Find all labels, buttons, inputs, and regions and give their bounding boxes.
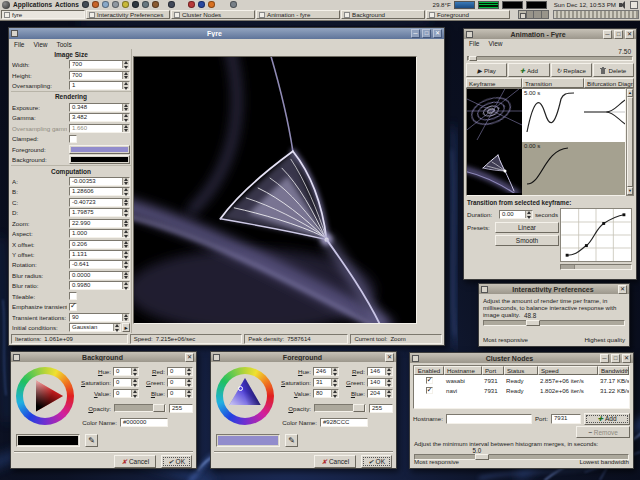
add-node-button[interactable]: ✚Add (584, 413, 630, 425)
scroll-up-arrow[interactable]: ▲ (627, 89, 633, 97)
eyedropper-button[interactable]: ✎ (285, 434, 298, 447)
blue-spinner[interactable]: 204 (367, 389, 393, 398)
launcher-icon[interactable] (102, 1, 109, 8)
play-button[interactable]: ▶Play (466, 63, 507, 77)
enabled-checkbox[interactable] (426, 387, 433, 394)
window-menu-icon[interactable] (466, 31, 473, 38)
opacity-slider[interactable] (314, 404, 366, 412)
ok-button[interactable]: ✔OK (361, 455, 392, 468)
value-spinner[interactable]: 0 (113, 389, 139, 398)
maximize-button[interactable]: □ (422, 29, 431, 38)
column-transition[interactable]: Transition (522, 78, 584, 88)
gamma-spinner[interactable]: 3.482 (69, 113, 130, 122)
port-input[interactable]: 7931 (551, 414, 581, 424)
timeline-scale[interactable]: 7.50 (467, 48, 633, 62)
clock[interactable]: Sun Dec 12, 10:53 PM (554, 1, 616, 8)
taskbar-button-foreground[interactable]: Foreground (426, 10, 510, 19)
zoom-spinner[interactable]: 22.990 (69, 219, 130, 228)
distro-menu-logo-icon[interactable] (2, 1, 10, 9)
saturation-spinner[interactable]: 31 (313, 378, 339, 387)
close-button[interactable]: ✕ (185, 353, 194, 362)
enabled-checkbox[interactable] (426, 377, 433, 384)
close-button[interactable]: ✕ (622, 354, 631, 363)
launcher-icon[interactable] (132, 1, 139, 8)
background-color-button[interactable] (69, 155, 130, 164)
clamped-checkbox[interactable] (69, 135, 77, 143)
menu-view[interactable]: View (33, 41, 47, 48)
aspect-spinner[interactable]: 1.000 (69, 229, 130, 238)
actions-menu[interactable]: Actions (55, 1, 79, 8)
taskbar-button-cluster[interactable]: Cluster Nodes (171, 10, 255, 19)
b-spinner[interactable]: 1.28606 (69, 187, 130, 196)
add-button[interactable]: ✚Add (508, 63, 549, 77)
blue-spinner[interactable]: 0 (167, 389, 193, 398)
eyedropper-button[interactable]: ✎ (85, 434, 98, 447)
menu-file[interactable]: File (14, 41, 24, 48)
maximize-button[interactable]: □ (614, 30, 623, 39)
close-button[interactable]: ✕ (433, 29, 442, 38)
header-hostname[interactable]: Hostname (444, 366, 482, 375)
header-speed[interactable]: Speed (538, 366, 598, 375)
initial-conditions-selector[interactable]: Gaussian (69, 323, 121, 332)
red-spinner[interactable]: 146 (367, 367, 393, 376)
taskbar-button-background[interactable]: Background (341, 10, 425, 19)
slider-handle[interactable] (526, 320, 540, 326)
menu-view[interactable]: View (488, 40, 502, 47)
duration-spinner[interactable]: 0.00 (499, 210, 533, 219)
remove-node-button[interactable]: −Remove (576, 426, 630, 438)
render-time-slider[interactable] (483, 320, 625, 326)
menu-file[interactable]: File (469, 40, 479, 47)
interactivity-titlebar[interactable]: Interactivity Preferences ✕ (479, 284, 629, 294)
render-view[interactable] (133, 56, 417, 324)
fyre-titlebar[interactable]: Fyre ─ □ ✕ (9, 28, 444, 39)
system-monitor-swap[interactable] (526, 1, 547, 9)
value-spinner[interactable]: 80 (313, 389, 339, 398)
keyframe-row-selected[interactable]: 0.00 s (467, 142, 625, 195)
c-spinner[interactable]: -0.40723 (69, 198, 130, 207)
background-titlebar[interactable]: Background ✕ (11, 352, 196, 362)
window-menu-icon[interactable] (213, 354, 220, 361)
close-button[interactable]: ✕ (385, 353, 394, 362)
column-bifurcation[interactable]: Bifurcation Diagram (584, 78, 634, 88)
color-wheel[interactable] (216, 367, 274, 425)
height-spinner[interactable]: 700 (69, 71, 130, 80)
window-menu-icon[interactable] (11, 30, 18, 37)
header-port[interactable]: Port (482, 366, 504, 375)
a-spinner[interactable]: -0.00353 (69, 177, 130, 186)
x-offset-spinner[interactable]: 0.206 (69, 240, 130, 249)
taskbar-button-fyre[interactable]: fyre (1, 10, 85, 19)
hue-spinner[interactable]: 246 (313, 367, 339, 376)
launcher-icon[interactable] (208, 1, 215, 8)
system-monitor-memory[interactable] (478, 1, 499, 9)
header-status[interactable]: Status (504, 366, 538, 375)
window-menu-icon[interactable] (481, 286, 488, 293)
d-spinner[interactable]: 1.79875 (69, 208, 130, 217)
animation-titlebar[interactable]: Animation - Fyre ─ □ ✕ (464, 29, 636, 39)
show-desktop-icon[interactable] (630, 1, 638, 9)
green-spinner[interactable]: 140 (367, 378, 393, 387)
taskbar-button-interactivity[interactable]: Interactivity Preferences (86, 10, 170, 19)
rotation-spinner[interactable]: -0.641 (69, 260, 130, 269)
color-name-field[interactable]: #928CCC (320, 418, 368, 427)
launcher-icon[interactable] (152, 1, 159, 8)
launcher-icon[interactable] (122, 1, 129, 8)
scroll-thumb[interactable] (627, 97, 633, 187)
foreground-color-button[interactable] (69, 145, 130, 154)
foreground-titlebar[interactable]: Foreground ✕ (211, 352, 396, 362)
cancel-button[interactable]: ✘Cancel (314, 455, 356, 468)
launcher-icon[interactable] (82, 1, 89, 8)
launcher-icon[interactable] (168, 1, 175, 8)
opacity-slider[interactable] (114, 404, 166, 412)
ok-button[interactable]: ✔OK (161, 455, 192, 468)
cluster-titlebar[interactable]: Cluster Nodes ─ □ ✕ (410, 353, 633, 363)
launcher-icon[interactable] (142, 1, 149, 8)
opacity-handle[interactable] (153, 404, 165, 412)
green-spinner[interactable]: 0 (167, 378, 193, 387)
minimize-button[interactable]: ─ (600, 354, 609, 363)
saturation-spinner[interactable]: 0 (113, 378, 139, 387)
color-name-field[interactable]: #000000 (120, 418, 168, 427)
minimize-button[interactable]: ─ (411, 29, 420, 38)
launcher-icon[interactable] (198, 1, 205, 8)
column-keyframe[interactable]: Keyframe (466, 78, 522, 88)
curve-editor-scrollbar[interactable] (560, 264, 632, 270)
